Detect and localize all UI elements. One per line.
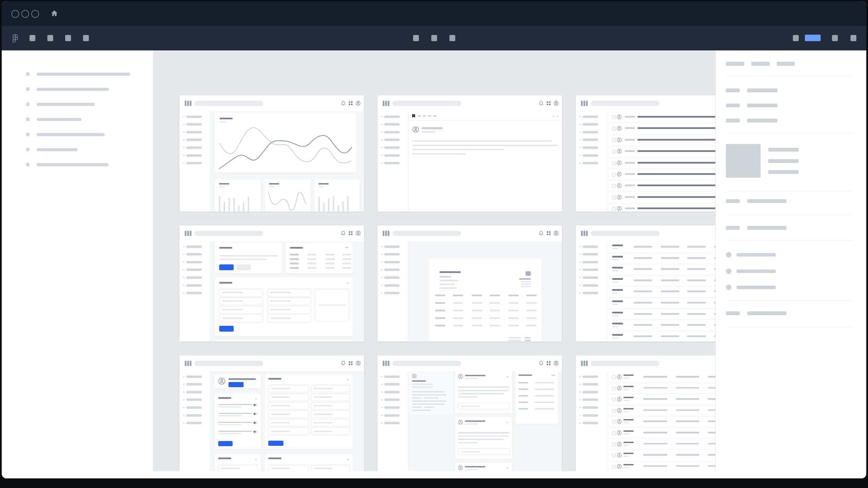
home-icon[interactable] [50,10,58,17]
checkbox-icon[interactable] [612,139,615,142]
table-row[interactable] [607,253,715,264]
tool-button[interactable] [851,35,856,41]
checkbox-icon[interactable] [612,465,615,468]
account-icon[interactable] [356,361,361,366]
frame-message-detail[interactable] [377,95,562,212]
account-icon[interactable] [554,231,559,236]
user-row[interactable] [607,383,715,394]
user-row[interactable] [607,416,715,428]
checkbox-icon[interactable] [612,398,615,401]
tool-button[interactable] [449,35,455,41]
checkbox-icon[interactable] [612,376,615,379]
traffic-light-minimize[interactable] [21,10,29,18]
inbox-row[interactable] [607,169,715,180]
search-bar[interactable] [392,231,461,236]
tool-button[interactable] [65,35,71,41]
frame-profile-settings[interactable] [179,355,364,471]
checkbox-icon[interactable] [612,454,615,457]
frame-inbox-list[interactable] [576,95,715,212]
traffic-light-zoom[interactable] [31,10,39,18]
layer-item[interactable] [2,131,153,138]
layer-item[interactable] [2,86,153,93]
table-row[interactable] [607,286,715,298]
checkbox-icon[interactable] [612,162,615,165]
apps-icon[interactable] [547,361,551,365]
checkbox-icon[interactable] [612,443,615,446]
frame-settings-forms[interactable] [179,225,364,342]
table-row[interactable] [607,297,715,309]
card-menu-dot[interactable] [507,467,508,469]
bell-icon[interactable] [539,361,543,366]
search-bar[interactable] [591,101,659,106]
table-row[interactable] [607,241,715,253]
panel-tab-bar[interactable] [726,62,744,66]
panel-tab-bar[interactable] [777,62,795,66]
search-bar[interactable] [195,361,263,366]
apps-icon[interactable] [547,231,551,235]
checkbox-icon[interactable] [612,173,615,176]
layer-item[interactable] [2,116,153,123]
frame-data-table[interactable] [576,225,715,342]
tool-button[interactable] [832,35,838,41]
layer-item[interactable] [2,161,153,168]
option-radio-circle[interactable] [726,269,731,274]
tool-button[interactable] [413,35,419,41]
checkbox-icon[interactable] [612,150,615,153]
user-row[interactable] [607,461,715,471]
toolbar-dot[interactable] [553,116,554,117]
traffic-light-close[interactable] [11,10,19,18]
apps-icon[interactable] [349,101,353,105]
search-bar[interactable] [591,231,659,236]
bell-icon[interactable] [341,231,345,236]
table-row[interactable] [607,309,715,320]
inbox-row[interactable] [607,111,715,123]
checkbox-icon[interactable] [612,409,615,413]
card-menu-dot[interactable] [347,379,349,380]
card-menu-dot[interactable] [347,282,349,284]
apps-icon[interactable] [349,231,353,235]
checkbox-icon[interactable] [612,196,615,199]
card-menu-dot[interactable] [347,459,349,460]
thumbnail-square[interactable] [726,144,761,178]
search-bar[interactable] [195,231,263,236]
search-bar[interactable] [392,361,461,366]
inbox-row[interactable] [607,203,715,212]
checkbox-icon[interactable] [612,207,615,211]
checkbox-icon[interactable] [612,127,615,130]
option-radio-circle[interactable] [726,285,731,290]
search-bar[interactable] [392,101,461,106]
apps-icon[interactable] [547,101,551,105]
tool-button[interactable] [47,35,53,41]
table-row[interactable] [607,320,715,331]
user-row[interactable] [607,371,715,383]
inbox-row[interactable] [607,134,715,146]
card-menu-dot[interactable] [255,459,257,460]
inbox-row[interactable] [607,157,715,169]
layer-item[interactable] [2,101,153,108]
inbox-row[interactable] [607,123,715,134]
frame-users-table[interactable] [576,355,715,471]
design-canvas[interactable] [153,50,715,471]
option-radio-circle[interactable] [726,252,731,258]
user-row[interactable] [607,394,715,405]
checkbox-icon[interactable] [612,387,615,390]
user-row[interactable] [607,405,715,417]
inbox-row[interactable] [607,146,715,157]
account-icon[interactable] [356,101,361,106]
frame-invoice-document[interactable] [377,225,562,342]
layer-item[interactable] [2,71,153,78]
tool-button[interactable] [793,35,799,41]
search-bar[interactable] [195,101,263,106]
tool-button[interactable] [431,35,437,41]
table-row[interactable] [607,331,715,342]
user-row[interactable] [607,439,715,450]
checkbox-icon[interactable] [612,431,615,435]
frame-social-feed[interactable] [377,355,562,471]
share-button[interactable] [805,35,821,41]
bell-icon[interactable] [341,361,345,366]
table-row[interactable] [607,264,715,275]
tool-button[interactable] [30,35,35,41]
toolbar-selected-square[interactable] [412,114,415,117]
toolbar-dot[interactable] [557,116,558,117]
user-row[interactable] [607,427,715,439]
